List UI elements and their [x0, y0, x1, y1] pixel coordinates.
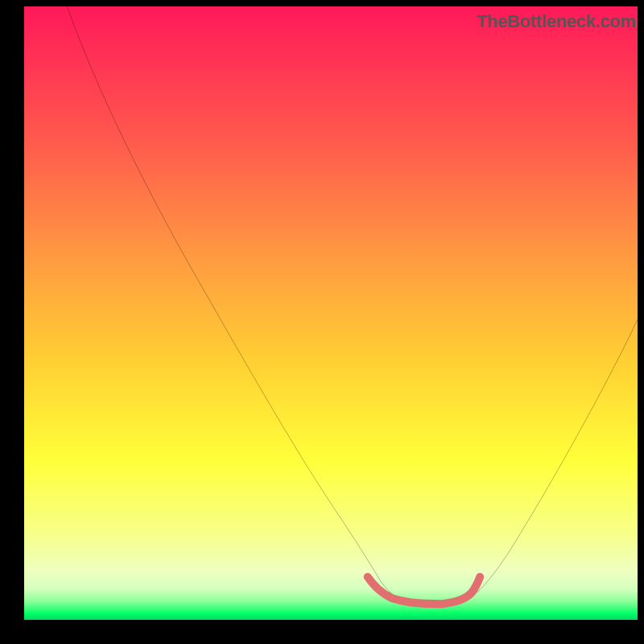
attribution-label: TheBottleneck.com [477, 11, 636, 32]
chart-plot-area [24, 6, 638, 620]
curve-overlay [24, 6, 638, 620]
bottleneck-curve [67, 6, 638, 604]
optimum-stub [368, 577, 480, 605]
